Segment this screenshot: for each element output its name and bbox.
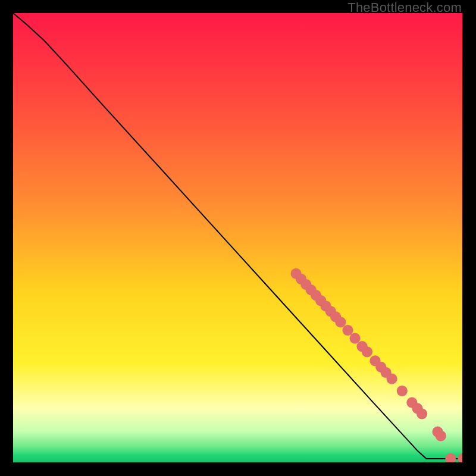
- scatter-dot: [436, 430, 446, 441]
- scatter-dot: [416, 408, 427, 419]
- scatter-dot: [362, 346, 372, 357]
- scatter-dot: [342, 325, 353, 336]
- scatter-dot: [397, 386, 408, 396]
- scatter-dot: [350, 333, 361, 344]
- chart-plot-area: [13, 13, 462, 462]
- scatter-dot: [386, 374, 397, 384]
- chart-svg: [13, 13, 462, 462]
- scatter-dot: [335, 317, 346, 327]
